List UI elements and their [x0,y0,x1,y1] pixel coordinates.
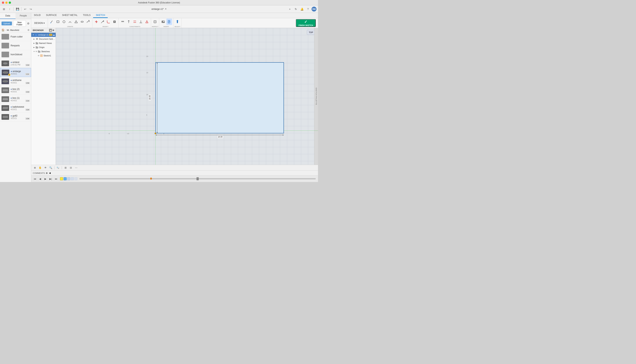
line-tool-btn[interactable] [49,18,55,25]
display-settings-btn[interactable]: ⊟ [69,166,73,170]
timeline-play-btn[interactable]: ▶ [43,177,48,181]
timeline-end-btn[interactable]: ⏭ [54,177,58,181]
more-display-btn[interactable]: ⋯ [74,166,78,170]
constraint-horizontal-btn[interactable] [120,18,126,25]
list-item[interactable]: ◆ emlarge 4/20/21 V1▾ ● [0,68,31,77]
comments-collapse-btn[interactable]: ◀ [49,172,51,174]
list-item[interactable]: Foam cutter [0,32,31,41]
tab-data[interactable]: Data [0,13,16,19]
close-traffic-light[interactable] [2,2,4,4]
timeline-next-btn[interactable]: ▶| [49,177,53,181]
circle-tool-btn[interactable] [61,18,67,25]
timeline-thumb[interactable] [197,177,199,180]
list-item[interactable]: ◆ box (1) 4/14/21 V1▾ [0,95,31,104]
file-version[interactable]: V1▾ [25,91,30,93]
browser-pin-btn[interactable] [53,30,54,31]
sidebar-settings-button[interactable]: ⚙ [27,22,30,25]
list-item[interactable]: Revparts [0,41,31,50]
view-cube[interactable]: TOP Y X Z [307,30,315,35]
upload-button[interactable]: Upload [2,22,12,25]
tree-item-named-views[interactable]: ▶ Named Views [31,41,56,45]
comments-pin-btn[interactable] [46,172,48,174]
help-icon[interactable]: ? [306,6,310,12]
inspect-btn[interactable] [152,18,158,25]
constraint-parallel-btn[interactable] [132,18,138,25]
spline-tool-btn[interactable] [85,18,91,25]
pan-btn[interactable]: ✋ [38,166,42,170]
refresh-icon[interactable]: ↻ [293,6,298,12]
tab-tools[interactable]: TOOLS [80,13,93,18]
file-version[interactable]: V2▾ [25,108,30,111]
minimize-traffic-light[interactable] [5,2,8,4]
constraint-vertical-btn[interactable] [126,18,132,25]
rectangle-tool-btn[interactable] [55,18,61,25]
timeline-track[interactable] [79,178,316,179]
new-tab-icon[interactable]: + [287,6,292,12]
finish-sketch-btn[interactable]: ✓ FINISH SKETCH [296,19,316,27]
list-item[interactable]: horn3sliced [0,50,31,59]
fillet-btn[interactable] [106,18,111,25]
slot-tool-btn[interactable] [79,18,85,25]
file-version[interactable]: V1▾ [25,100,30,102]
save-icon[interactable]: 💾 [15,6,20,12]
breadcrumb-home[interactable]: 🏠 [2,28,5,32]
viewport[interactable]: ◄ ► 18.00 ▲ ▼ 18.00 20 [56,28,318,165]
redo-icon[interactable]: ↪ [29,6,33,12]
browser-collapse-btn[interactable]: ◀ [49,29,52,32]
tab-sketch[interactable]: SKETCH [93,13,108,18]
file-version[interactable]: V1▾ [25,73,30,75]
cloud-icon[interactable]: ☁ [53,34,55,36]
upload-icon[interactable]: ↑ [7,6,12,12]
offset-btn[interactable] [112,18,117,25]
timeline-prev-btn[interactable]: ◀ [38,177,42,181]
tree-eye-icon[interactable]: 👁 [36,50,37,52]
tree-item-origin[interactable]: ▶ Origin [31,45,56,50]
orbit-btn[interactable]: ⊕ [33,166,37,170]
tab-surface[interactable]: SURFACE [43,13,60,18]
new-folder-button[interactable]: New Folder [13,20,26,27]
file-version[interactable]: V1▾ [25,64,30,66]
list-item[interactable]: ◆ ballshototot 4/10/21 V2▾ [0,104,31,112]
apps-icon[interactable]: ⊞ [2,6,7,12]
constraint-coincident-btn[interactable] [144,18,150,25]
list-item[interactable]: ◆ emtest 2:45:51 PM V1▾ [0,59,31,68]
trim-btn[interactable] [94,18,99,25]
tree-eye-icon[interactable]: 👁 [38,55,40,57]
sidebar: Data People Upload New Folder ⚙ 🏠 › Mr. … [0,13,31,182]
insert-image-btn[interactable] [160,18,166,25]
constraint-perpendicular-btn[interactable] [138,18,144,25]
insert-dxf-btn[interactable] [166,18,172,25]
notification-icon[interactable]: 🔔 [299,6,304,12]
dim-height-label: 18.00 [149,94,151,100]
design-button[interactable]: DESIGN ▾ [32,20,47,26]
polygon-tool-btn[interactable] [73,18,79,25]
tree-item-doc-settings[interactable]: ▶ ⚙ Document Settings [31,37,56,41]
file-version[interactable]: V3▾ [25,82,30,84]
display-mode-btn[interactable]: ⊞ [64,166,68,170]
tree-item-emlarge[interactable]: ▼ emlarge v1 v1 ☁ [31,33,56,37]
doc-close-btn[interactable]: ✕ [165,8,167,10]
tree-sketch-icon [40,54,43,57]
zoom-fit-btn[interactable]: 🔍 [49,166,53,170]
maximize-traffic-light[interactable] [9,2,11,4]
tree-item-sketch1[interactable]: 👁 Sketch1 [31,54,56,58]
list-item[interactable]: ◆ emframe 4/19/21 V3▾ [0,77,31,86]
breadcrumb-settings-icon[interactable]: ⚙ [28,29,30,32]
select-btn[interactable]: ⬆ [175,18,180,25]
extend-btn[interactable] [100,18,105,25]
zoom-out-btn[interactable]: 🔍- [56,166,60,170]
look-at-btn[interactable]: 👁 [43,166,48,170]
user-avatar[interactable]: RM [312,6,316,12]
svg-rect-4 [81,21,83,22]
tab-solid[interactable]: SOLID [31,13,43,18]
tab-people[interactable]: People [16,13,31,19]
sketch-palette-tab[interactable]: SKETCH PALETTE [314,28,318,165]
timeline-begin-btn[interactable]: ⏮ [33,177,37,181]
arc-tool-btn[interactable] [67,18,73,25]
list-item[interactable]: ◆ box (2) 4/15/21 V1▾ [0,86,31,95]
list-item[interactable]: ◆ golf2 3/22/21 V3▾ [0,112,31,122]
tab-sheet-metal[interactable]: SHEET METAL [60,13,80,18]
undo-icon[interactable]: ↩ [23,6,28,12]
tree-item-sketches[interactable]: ▼ 👁 Sketches [31,50,56,54]
file-version[interactable]: V3▾ [25,118,30,120]
